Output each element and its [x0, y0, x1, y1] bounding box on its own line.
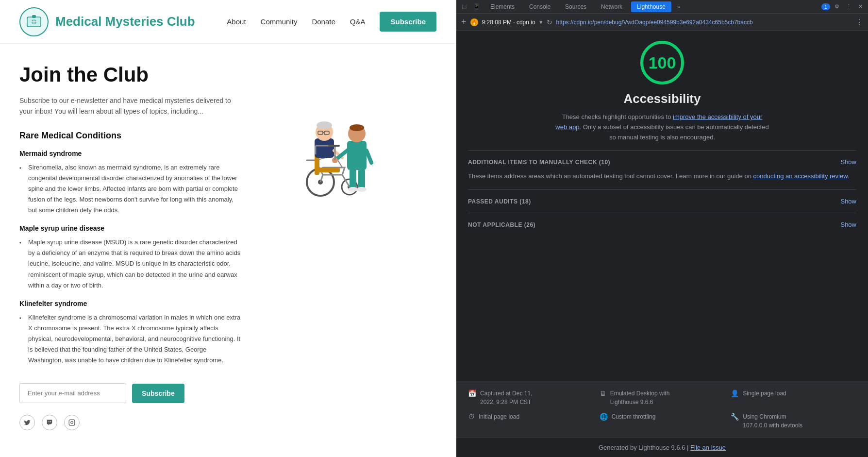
audit-header-manual[interactable]: ADDITIONAL ITEMS TO MANUALLY CHECK (10) … [468, 158, 856, 166]
tab-count-badge: 1 [821, 3, 830, 10]
audit-body-manual: These items address areas which an autom… [468, 171, 856, 182]
condition-2: Maple syrup urine disease Maple syrup ur… [19, 224, 243, 290]
tab-console[interactable]: Console [523, 1, 556, 12]
svg-rect-5 [69, 420, 75, 425]
audit-section-manual: ADDITIONAL ITEMS TO MANUALLY CHECK (10) … [468, 150, 856, 189]
nav-donate[interactable]: Donate [312, 17, 335, 26]
svg-point-15 [317, 121, 332, 129]
audit-header-passed[interactable]: PASSED AUDITS (18) Show [468, 198, 856, 205]
svg-point-21 [350, 124, 364, 131]
footer-chromium: 🔧 Using Chromium 107.0.0.0 with devtools [731, 412, 856, 430]
devtools-time: 9:28:08 PM · cdpn.io [482, 19, 535, 26]
audit-show-na[interactable]: Show [840, 221, 856, 228]
close-devtools-icon[interactable]: ✕ [855, 2, 865, 12]
audit-label-manual: ADDITIONAL ITEMS TO MANUALLY CHECK (10) [468, 159, 610, 166]
user-icon: 👤 [731, 389, 739, 397]
audit-show-manual[interactable]: Show [840, 158, 856, 166]
website-panel: Medical Mysteries Club About Community D… [0, 0, 456, 457]
nav-qa[interactable]: Q&A [350, 17, 366, 26]
audit-header-na[interactable]: NOT APPLICABLE (26) Show [468, 221, 856, 228]
footer-throttling: 🌐 Custom throttling [600, 412, 725, 430]
more-tabs-icon[interactable]: » [674, 3, 683, 11]
score-number: 100 [649, 53, 676, 72]
throttling-text: Custom throttling [612, 412, 656, 421]
devtools-url: https://cdpn.io/pen/debug/VwdOaqp/ee0945… [556, 19, 851, 26]
devtools-right-icons: 1 ⚙ ⋮ ✕ [821, 2, 865, 12]
nav-about[interactable]: About [227, 17, 246, 26]
cursor-icon[interactable]: ⬚ [459, 2, 469, 12]
audit-body-after: . [848, 172, 850, 180]
chromium-line1: Using Chromium [743, 412, 802, 421]
audit-show-passed[interactable]: Show [840, 198, 856, 205]
nav-links: About Community Donate Q&A Subscribe [227, 12, 436, 32]
page-title: Join the Club [19, 63, 243, 86]
device-icon[interactable]: 📱 [472, 2, 482, 12]
add-tab-icon[interactable]: + [461, 17, 467, 27]
svg-rect-12 [315, 168, 340, 172]
condition-2-title: Maple syrup urine disease [19, 224, 243, 232]
section-title: Rare Medical Conditions [19, 131, 243, 141]
audit-label-passed: PASSED AUDITS (18) [468, 198, 531, 205]
audit-section-passed: PASSED AUDITS (18) Show [468, 189, 856, 213]
url-more-icon[interactable]: ⋮ [855, 17, 863, 27]
site-title: Medical Mysteries Club [55, 14, 195, 29]
tab-network[interactable]: Network [595, 1, 628, 12]
condition-3-desc: Klinefelter syndrome is a chromosomal va… [19, 312, 243, 366]
tab-sources[interactable]: Sources [559, 1, 592, 12]
lighthouse-footer: 📅 Captured at Dec 11, 2022, 9:28 PM CST … [456, 381, 868, 438]
score-circle: 100 [640, 41, 684, 85]
tab-elements[interactable]: Elements [484, 1, 520, 12]
refresh-icon[interactable]: ↻ [547, 18, 552, 26]
twitch-icon[interactable] [42, 415, 57, 430]
main-nav: Medical Mysteries Club About Community D… [0, 0, 456, 44]
devtools-panel: ⬚ 📱 Elements Console Sources Network Lig… [456, 0, 868, 457]
subscribe-button[interactable]: Subscribe [132, 384, 184, 403]
desktop-icon: 🖥 [600, 389, 606, 397]
timer-icon: ⏱ [468, 413, 475, 421]
audit-section-na: NOT APPLICABLE (26) Show [468, 213, 856, 236]
instagram-icon[interactable] [64, 415, 80, 430]
intro-text: Subscribe to our e-newsletter and have m… [19, 95, 243, 117]
nav-subscribe-button[interactable]: Subscribe [380, 12, 436, 32]
svg-rect-23 [358, 169, 365, 188]
accessibility-title: Accessibility [624, 91, 701, 106]
condition-3-title: Klinefelter syndrome [19, 300, 243, 307]
settings-icon[interactable]: ⚙ [832, 2, 842, 12]
content-row: Join the Club Subscribe to our e-newslet… [0, 44, 456, 450]
score-description: These checks highlight opportunities to … [555, 112, 769, 142]
main-content: Join the Club Subscribe to our e-newslet… [0, 44, 262, 450]
tab-lighthouse[interactable]: Lighthouse [631, 1, 671, 12]
footer-emulated: 🖥 Emulated Desktop with Lighthouse 9.6.6 [600, 389, 725, 406]
captured-line2: 2022, 9:28 PM CST [480, 398, 532, 406]
hero-image [272, 92, 403, 206]
audit-body-link[interactable]: conducting an accessibility review [753, 172, 848, 180]
emulated-line1: Emulated Desktop with [610, 389, 670, 398]
footer-single-page: 👤 Single page load [731, 389, 856, 406]
more-options-icon[interactable]: ⋮ [844, 2, 853, 12]
single-page-text: Single page load [743, 389, 786, 398]
desc-before: These checks highlight opportunities to [562, 113, 673, 120]
audit-body-text: These items address areas which an autom… [468, 172, 753, 180]
file-issue-link[interactable]: File an issue [690, 444, 726, 451]
devtools-toolbar: ⬚ 📱 Elements Console Sources Network Lig… [456, 0, 868, 14]
lighthouse-content: 100 Accessibility These checks highlight… [456, 31, 868, 381]
generated-line: Generated by Lighthouse 9.6.6 | File an … [456, 438, 868, 457]
condition-2-desc: Maple syrup urine disease (MSUD) is a ra… [19, 237, 243, 290]
email-input[interactable] [19, 383, 126, 403]
svg-rect-13 [315, 138, 334, 158]
svg-rect-22 [350, 169, 356, 188]
dropdown-icon[interactable]: ▾ [539, 18, 543, 26]
svg-rect-19 [347, 141, 367, 170]
devtools-urlbar: + 🔥 9:28:08 PM · cdpn.io ▾ ↻ https://cdp… [456, 14, 868, 31]
generated-text: Generated by Lighthouse 9.6.6 | [599, 444, 690, 451]
chromium-icon: 🔧 [731, 413, 739, 421]
nav-community[interactable]: Community [261, 17, 298, 26]
score-section: 100 Accessibility These checks highlight… [468, 41, 856, 142]
condition-3: Klinefelter syndrome Klinefelter syndrom… [19, 300, 243, 366]
footer-initial-load: ⏱ Initial page load [468, 412, 594, 430]
social-icons [19, 415, 243, 430]
captured-line1: Captured at Dec 11, [480, 389, 532, 398]
logo-icon [19, 7, 49, 36]
twitter-icon[interactable] [19, 415, 35, 430]
desc-after: . Only a subset of accessibility issues … [579, 123, 768, 141]
